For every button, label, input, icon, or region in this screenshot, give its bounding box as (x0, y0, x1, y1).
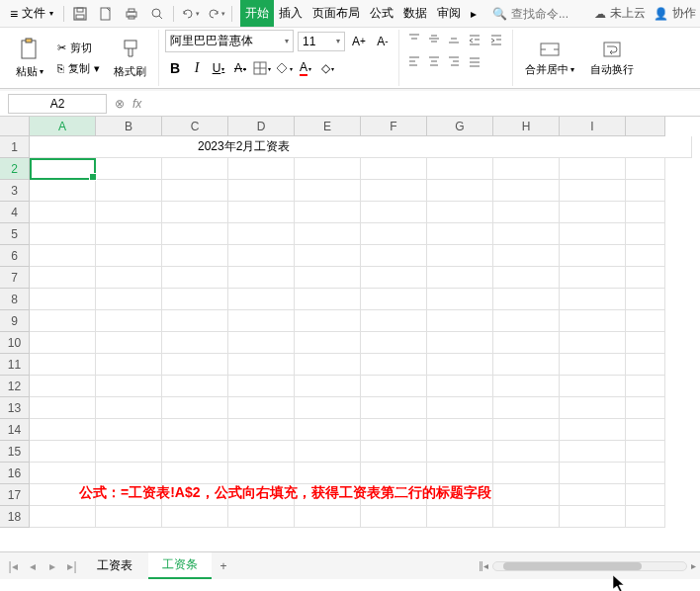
row-header[interactable]: 11 (0, 354, 30, 376)
cell[interactable] (560, 289, 626, 310)
cell[interactable] (30, 289, 96, 310)
sheet-last-button[interactable]: ▸| (63, 557, 81, 575)
cloud-status[interactable]: ☁ 未上云 (594, 5, 646, 22)
tab-data[interactable]: 数据 (398, 0, 432, 27)
cell[interactable] (96, 354, 162, 376)
cell[interactable] (427, 463, 493, 484)
cell[interactable] (228, 202, 295, 223)
cell[interactable] (427, 419, 493, 441)
cell[interactable] (427, 354, 493, 376)
cell[interactable] (30, 484, 96, 506)
command-search[interactable]: 🔍 (486, 5, 586, 23)
cell[interactable] (361, 354, 427, 376)
cell[interactable] (493, 180, 560, 202)
cell[interactable] (228, 245, 295, 267)
border-button[interactable]: ▾ (252, 58, 272, 78)
cell[interactable] (626, 419, 665, 441)
cell[interactable] (96, 332, 162, 354)
col-header[interactable]: A (30, 117, 96, 136)
cell[interactable] (228, 223, 295, 245)
cell[interactable] (427, 397, 493, 419)
cell[interactable] (493, 289, 560, 310)
cell[interactable] (30, 223, 96, 245)
save-button[interactable] (68, 2, 92, 26)
cell[interactable] (427, 506, 493, 528)
cell[interactable] (96, 397, 162, 419)
underline-button[interactable]: U▾ (209, 58, 228, 78)
cell[interactable] (295, 354, 361, 376)
cell[interactable] (228, 506, 295, 528)
cell[interactable] (560, 245, 626, 267)
cell[interactable] (295, 310, 361, 332)
cell[interactable] (626, 463, 665, 484)
cell[interactable] (493, 354, 560, 376)
name-box[interactable] (8, 94, 107, 114)
formula-input[interactable] (149, 95, 692, 113)
col-header[interactable]: D (228, 117, 295, 136)
cell[interactable] (427, 180, 493, 202)
col-header[interactable]: B (96, 117, 162, 136)
cell[interactable] (162, 267, 228, 289)
cell[interactable] (162, 484, 228, 506)
cell[interactable] (295, 441, 361, 463)
cell[interactable] (361, 376, 427, 397)
cell[interactable] (295, 484, 361, 506)
cell[interactable] (493, 441, 560, 463)
cell[interactable] (30, 441, 96, 463)
row-header[interactable]: 1 (0, 136, 30, 158)
cell[interactable] (295, 332, 361, 354)
cell[interactable] (626, 202, 665, 223)
cell[interactable] (295, 419, 361, 441)
cell[interactable] (427, 441, 493, 463)
cancel-icon[interactable]: ⊗ (115, 97, 125, 111)
col-header[interactable]: F (361, 117, 427, 136)
cell[interactable] (427, 332, 493, 354)
row-header[interactable]: 16 (0, 463, 30, 484)
row-header[interactable]: 14 (0, 419, 30, 441)
cell[interactable] (626, 267, 665, 289)
search-input[interactable] (511, 7, 580, 21)
cell[interactable] (162, 202, 228, 223)
cell[interactable] (30, 506, 96, 528)
cell[interactable] (493, 158, 560, 180)
row-header[interactable]: 4 (0, 202, 30, 223)
cell[interactable] (361, 484, 427, 506)
cell[interactable] (493, 506, 560, 528)
cell[interactable] (228, 289, 295, 310)
cell[interactable] (626, 441, 665, 463)
redo-button[interactable]: ▾ (204, 2, 227, 26)
row-header[interactable]: 17 (0, 484, 30, 506)
cell[interactable] (560, 267, 626, 289)
cell[interactable] (361, 202, 427, 223)
cell[interactable] (295, 267, 361, 289)
sheet-tab-salary[interactable]: 工资表 (83, 553, 146, 578)
align-right-button[interactable] (445, 51, 463, 69)
align-bottom-button[interactable] (445, 30, 463, 47)
align-top-button[interactable] (405, 30, 423, 47)
cell[interactable] (626, 506, 665, 528)
cell[interactable] (493, 397, 560, 419)
col-header[interactable]: I (560, 117, 626, 136)
cell[interactable]: 2023年2月工资表 (30, 136, 692, 158)
cell[interactable] (295, 158, 361, 180)
cell[interactable] (427, 267, 493, 289)
cell[interactable] (228, 376, 295, 397)
coop-button[interactable]: 👤 协作 (654, 5, 696, 22)
cut-button[interactable]: ✂剪切 (53, 39, 104, 57)
cell[interactable] (30, 202, 96, 223)
cell[interactable] (162, 506, 228, 528)
cell[interactable] (560, 463, 626, 484)
cell[interactable] (96, 289, 162, 310)
cell[interactable] (493, 484, 560, 506)
cell[interactable] (96, 245, 162, 267)
cell[interactable] (162, 180, 228, 202)
cell[interactable] (228, 158, 295, 180)
merge-center-button[interactable]: 合并居中▾ (519, 37, 580, 79)
row-header[interactable]: 7 (0, 267, 30, 289)
cell[interactable] (96, 441, 162, 463)
row-header[interactable]: 3 (0, 180, 30, 202)
cell[interactable] (30, 180, 96, 202)
cell[interactable] (162, 354, 228, 376)
cell[interactable] (493, 245, 560, 267)
cell[interactable] (96, 158, 162, 180)
